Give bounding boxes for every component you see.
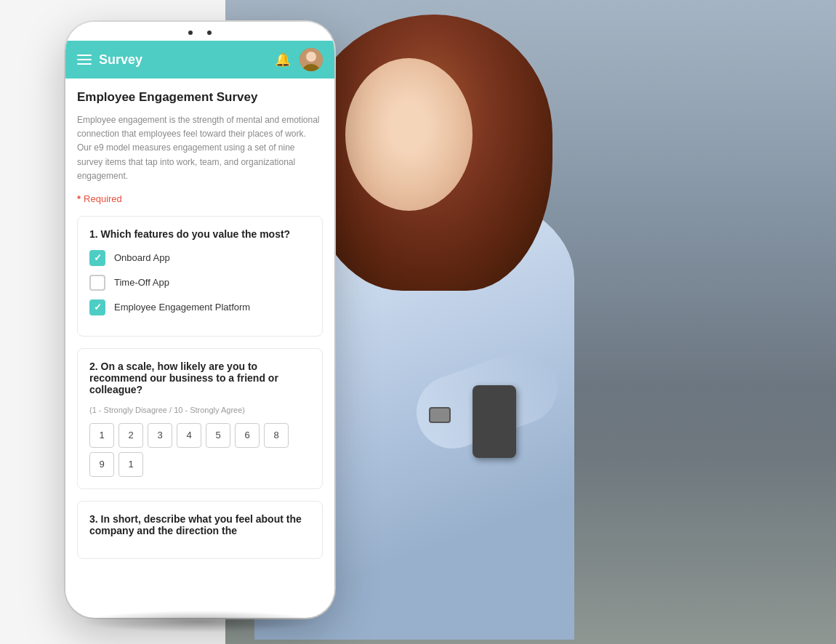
question-3-card: 3. In short, describe what you feel abou… <box>77 501 323 559</box>
question-2-label: On a scale, how likely are you to recomm… <box>89 361 278 395</box>
app-bar-left: Survey <box>77 52 142 68</box>
scale-btn-8[interactable]: 8 <box>264 423 289 448</box>
question-3-text: 3. In short, describe what you feel abou… <box>89 513 310 536</box>
hamburger-menu-icon[interactable] <box>77 55 92 65</box>
checkbox-1[interactable] <box>89 250 105 266</box>
question-1-text: 1. Which features do you value the most? <box>89 228 310 240</box>
required-star: * <box>77 193 81 204</box>
question-1-label: Which features do you value the most? <box>101 228 291 240</box>
scale-btn-4[interactable]: 4 <box>177 423 201 448</box>
app-bar: Survey 🔔 <box>65 41 334 79</box>
checkbox-option-3[interactable]: Employee Engagement Platform <box>89 299 310 315</box>
question-1-card: 1. Which features do you value the most?… <box>77 216 323 337</box>
required-label: * Required <box>77 193 323 204</box>
phone-notch <box>65 22 334 41</box>
woman-watch <box>429 407 451 423</box>
scale-buttons: 1 2 3 4 5 6 8 9 1 <box>89 423 310 477</box>
app-bar-title: Survey <box>99 52 142 68</box>
phone-frame: Survey 🔔 Employee Engagement Survey <box>65 22 334 618</box>
user-avatar[interactable] <box>300 48 323 71</box>
question-2-card: 2. On a scale, how likely are you to rec… <box>77 348 323 489</box>
svg-point-1 <box>306 52 316 62</box>
scale-btn-10[interactable]: 1 <box>118 452 143 477</box>
scale-hint: (1 - Strongly Disagree / 10 - Strongly A… <box>89 406 310 414</box>
question-3-number: 3. <box>89 513 101 525</box>
checkbox-option-1[interactable]: Onboard App <box>89 250 310 266</box>
notch-dot-right <box>207 31 212 35</box>
checkbox-label-1: Onboard App <box>114 252 170 263</box>
checkbox-label-3: Employee Engagement Platform <box>114 302 250 313</box>
phone-shadow <box>80 611 320 632</box>
bell-icon[interactable]: 🔔 <box>275 52 291 68</box>
woman-figure <box>269 0 836 644</box>
scale-btn-6[interactable]: 6 <box>235 423 260 448</box>
question-3-label: In short, describe what you feel about t… <box>89 513 302 536</box>
question-1-number: 1. <box>89 228 101 240</box>
scale-btn-9[interactable]: 9 <box>89 452 114 477</box>
required-text: Required <box>84 193 122 204</box>
scale-btn-5[interactable]: 5 <box>206 423 230 448</box>
scale-btn-2[interactable]: 2 <box>118 423 143 448</box>
question-2-text: 2. On a scale, how likely are you to rec… <box>89 361 310 395</box>
survey-description: Employee engagement is the strength of m… <box>77 113 323 183</box>
survey-content: Employee Engagement Survey Employee enga… <box>65 79 334 608</box>
woman-face <box>345 58 473 211</box>
app-bar-right: 🔔 <box>275 48 323 71</box>
checkbox-option-2[interactable]: Time-Off App <box>89 275 310 291</box>
checkbox-label-2: Time-Off App <box>114 277 169 288</box>
checkbox-2[interactable] <box>89 275 105 291</box>
checkbox-3[interactable] <box>89 299 105 315</box>
survey-title: Employee Engagement Survey <box>77 90 323 105</box>
scale-btn-3[interactable]: 3 <box>148 423 172 448</box>
question-2-number: 2. <box>89 361 101 372</box>
phone-wrapper: Survey 🔔 Employee Engagement Survey <box>65 22 334 618</box>
scale-btn-1[interactable]: 1 <box>89 423 114 448</box>
woman-phone <box>473 385 516 458</box>
notch-dot-left <box>188 31 193 35</box>
